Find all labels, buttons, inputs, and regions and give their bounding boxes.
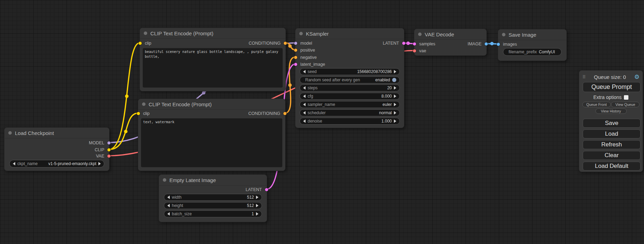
steps-widget[interactable]: steps 20 (300, 84, 400, 91)
node-vae-decode[interactable]: VAE Decode samples vae IMAGE (414, 29, 487, 56)
input-images-port-dot[interactable] (496, 43, 500, 46)
positive-prompt-textarea[interactable]: beautiful scenery nature glass bottle la… (143, 48, 283, 88)
refresh-button[interactable]: Refresh (583, 140, 641, 149)
output-image-port-dot[interactable] (484, 42, 488, 46)
wire-clip-positive-midpoint-dot (125, 94, 129, 98)
decrement-arrow-icon[interactable] (303, 86, 306, 90)
node-ksampler[interactable]: KSampler model positive negative latent_… (295, 28, 404, 128)
decrement-arrow-icon[interactable] (303, 119, 306, 123)
increment-arrow-icon[interactable] (394, 111, 396, 115)
input-samples-port-dot[interactable] (413, 42, 416, 46)
increment-arrow-icon[interactable] (256, 204, 258, 207)
node-clip-text-encode-positive[interactable]: CLIP Text Encode (Prompt) clip CONDITION… (140, 28, 286, 91)
node-title-bar[interactable]: KSampler (295, 28, 404, 39)
decrement-arrow-icon[interactable] (167, 196, 170, 199)
node-title-bar[interactable]: CLIP Text Encode (Prompt) (138, 99, 285, 110)
queue-front-button[interactable]: Queue Front (582, 102, 611, 107)
output-conditioning-port-dot[interactable] (283, 112, 287, 116)
increment-arrow-icon[interactable] (394, 86, 396, 90)
seed-widget[interactable]: seed 156680208700286 (300, 68, 400, 75)
decrement-arrow-icon[interactable] (303, 103, 306, 106)
input-latent-image-label: latent_image (300, 62, 325, 67)
view-history-button[interactable]: View History (596, 108, 627, 114)
output-latent-port-dot[interactable] (402, 42, 406, 45)
node-save-image[interactable]: Save Image images filename_prefix ComfyU… (498, 29, 567, 61)
decrement-arrow-icon[interactable] (303, 70, 306, 73)
increment-arrow-icon[interactable] (256, 212, 258, 216)
height-widget[interactable]: height 512 (164, 202, 262, 209)
load-default-button[interactable]: Load Default (583, 162, 641, 171)
collapse-dot-icon[interactable] (299, 32, 303, 35)
increment-arrow-icon[interactable] (98, 162, 101, 165)
decrement-arrow-icon[interactable] (303, 94, 306, 98)
scheduler-widget[interactable]: scheduler normal (300, 109, 400, 116)
wire-model-midpoint-dot (202, 91, 205, 94)
node-title-bar[interactable]: Empty Latent Image (159, 175, 267, 186)
wire-latent-output-midpoint-dot (406, 42, 410, 45)
node-title-bar[interactable]: CLIP Text Encode (Prompt) (140, 28, 285, 39)
increment-arrow-icon[interactable] (256, 196, 258, 199)
input-clip-port-dot[interactable] (136, 112, 140, 116)
node-title-bar[interactable]: VAE Decode (414, 29, 486, 40)
node-clip-text-encode-negative[interactable]: CLIP Text Encode (Prompt) clip CONDITION… (138, 99, 285, 171)
increment-arrow-icon[interactable] (394, 94, 396, 98)
collapse-dot-icon[interactable] (418, 33, 422, 36)
increment-arrow-icon[interactable] (394, 119, 396, 123)
filename-prefix-widget[interactable]: filename_prefix ComfyUI (503, 48, 562, 56)
output-image: IMAGE (468, 40, 482, 47)
node-title: VAE Decode (425, 31, 454, 37)
input-clip-port-dot[interactable] (138, 42, 142, 45)
increment-arrow-icon[interactable] (394, 103, 396, 106)
input-negative-port-dot[interactable] (294, 56, 298, 60)
output-conditioning: CONDITIONING (248, 110, 280, 117)
load-button[interactable]: Load (583, 129, 641, 138)
node-title-bar[interactable]: Load Checkpoint (5, 128, 109, 138)
output-vae-port-dot[interactable] (107, 154, 111, 158)
cfg-widget[interactable]: cfg 8.000 (300, 93, 400, 100)
extra-options-checkbox[interactable] (624, 95, 628, 100)
widget-label: height (172, 203, 183, 208)
input-vae-port-dot[interactable] (413, 49, 416, 53)
node-empty-latent-image[interactable]: Empty Latent Image LATENT width 512 heig… (159, 174, 267, 222)
output-model-port-dot[interactable] (107, 141, 111, 145)
output-latent-port-dot[interactable] (265, 188, 268, 192)
widget-label: ckpt_name (17, 161, 38, 166)
collapse-dot-icon[interactable] (144, 31, 147, 35)
decrement-arrow-icon[interactable] (13, 162, 15, 165)
width-widget[interactable]: width 512 (164, 194, 262, 201)
batch-size-widget[interactable]: batch_size 1 (164, 210, 262, 217)
random-seed-toggle-widget[interactable]: Random seed after every gen enabled (300, 76, 400, 83)
clear-button[interactable]: Clear (583, 151, 641, 160)
input-vae-label: vae (419, 48, 426, 53)
input-latent-image-port-dot[interactable] (294, 63, 298, 66)
widget-label: cfg (308, 94, 313, 99)
decrement-arrow-icon[interactable] (303, 111, 306, 115)
node-load-checkpoint[interactable]: Load Checkpoint MODEL CLIP VAE ckpt_name… (4, 127, 109, 171)
view-queue-button[interactable]: View Queue (611, 102, 639, 107)
sampler-name-widget[interactable]: sampler_name euler (300, 101, 400, 108)
output-clip-port-dot[interactable] (107, 148, 111, 152)
save-button[interactable]: Save (583, 119, 641, 128)
drag-handle-icon[interactable]: ⠿ (582, 75, 586, 79)
settings-gear-icon[interactable]: ⚙ (634, 74, 639, 80)
decrement-arrow-icon[interactable] (167, 212, 170, 216)
node-title: KSampler (306, 31, 329, 37)
collapse-dot-icon[interactable] (142, 102, 145, 106)
node-graph-canvas[interactable]: Load Checkpoint MODEL CLIP VAE ckpt_name… (0, 0, 644, 244)
output-conditioning-port-dot[interactable] (283, 42, 287, 45)
node-title-bar[interactable]: Save Image (498, 29, 566, 40)
negative-prompt-textarea[interactable]: text, watermark (141, 118, 282, 167)
ckpt-name-widget[interactable]: ckpt_name v1-5-pruned-emaonly.ckpt (9, 160, 104, 168)
increment-arrow-icon[interactable] (394, 70, 396, 73)
decrement-arrow-icon[interactable] (167, 204, 170, 207)
collapse-dot-icon[interactable] (8, 131, 12, 135)
toggle-dot-icon[interactable] (392, 78, 396, 82)
collapse-dot-icon[interactable] (502, 33, 505, 36)
input-model-port-dot[interactable] (294, 42, 298, 45)
collapse-dot-icon[interactable] (163, 178, 166, 182)
queue-prompt-button[interactable]: Queue Prompt (583, 82, 641, 92)
denoise-widget[interactable]: denoise 1.000 (300, 118, 400, 125)
input-positive-port-dot[interactable] (294, 48, 298, 52)
input-negative-label: negative (300, 55, 317, 60)
queue-panel: ⠿ Queue size: 0 ⚙ Queue Prompt Extra opt… (579, 70, 643, 172)
